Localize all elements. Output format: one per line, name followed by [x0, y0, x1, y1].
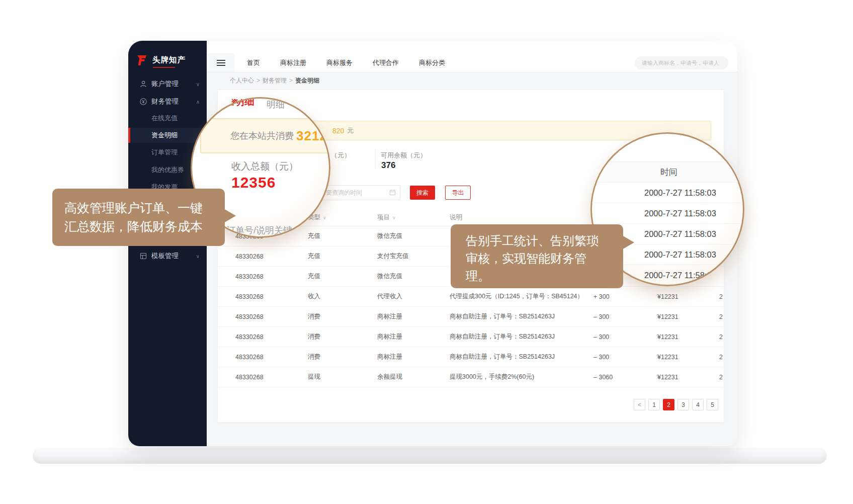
nav-item-agency[interactable]: 代理合作 [373, 58, 399, 67]
pagination-page-2-active[interactable]: 2 [663, 399, 674, 410]
cell-order: 48330268 [235, 253, 308, 260]
sidebar-item-template[interactable]: 模板管理 ∨ [128, 249, 207, 263]
sidebar-item-account[interactable]: 账户管理 ∨ [128, 77, 207, 91]
nav-item-home[interactable]: 首页 [247, 58, 260, 67]
chevron-up-icon: ∧ [196, 99, 200, 105]
sidebar-item-label: 订单管理 [151, 148, 178, 157]
cell-desc: 商标自助注册，订单号：SB2514263J [450, 312, 593, 321]
sort-caret-icon[interactable]: ∨ [392, 215, 396, 220]
breadcrumb-separator: > [257, 77, 260, 84]
cell-time: 2 [719, 313, 724, 320]
cell-balance: ¥12231 [657, 354, 719, 361]
nav-item-trademark-register[interactable]: 商标注册 [280, 58, 306, 67]
breadcrumb-separator: > [289, 77, 293, 84]
cell-type: 消费 [308, 332, 377, 341]
cell-project: 余额提现 [377, 373, 450, 381]
sidebar-item-label: 财务管理 [151, 97, 179, 106]
sidebar-item-fund-detail[interactable]: 资金明细 [128, 128, 207, 143]
cell-order: 48330268 [235, 333, 308, 341]
cell-desc: 商标自助注册，订单号：SB2514263J [450, 353, 593, 361]
cell-time: 2 [719, 354, 724, 361]
cell-order: 48330268 [235, 273, 308, 280]
brand-logo-text: 头牌知产 [152, 55, 186, 65]
stats-divider [375, 149, 376, 170]
chevron-down-icon: ∨ [196, 254, 200, 259]
pagination-page-1[interactable]: 1 [648, 399, 660, 410]
cell-project: 支付宝充值 [377, 252, 450, 261]
cell-project: 商标注册 [377, 332, 450, 341]
cell-project: 微信充值 [377, 232, 450, 240]
cell-project: 微信充值 [377, 272, 450, 281]
magnified-time-header: 时间 [660, 166, 677, 178]
pagination-page-3[interactable]: 3 [677, 399, 689, 410]
pagination-page-4[interactable]: 4 [692, 399, 704, 410]
table-row: 48330268提现余额提现提现3000元，手续费2%(60元)– 3060¥1… [218, 367, 724, 387]
sidebar-item-label: 模板管理 [151, 251, 179, 261]
pagination-prev-button[interactable]: < [634, 399, 645, 410]
cell-amount: – 300 [593, 354, 657, 361]
calendar-icon[interactable] [389, 189, 396, 196]
user-icon [139, 80, 147, 88]
magnified-income-value: 12356 [231, 174, 276, 191]
cell-amount: – 300 [593, 333, 657, 341]
breadcrumb-section[interactable]: 财务管理 [263, 77, 287, 84]
cell-order: 48330268 [235, 313, 308, 320]
nav-item-trademark-service[interactable]: 商标服务 [326, 58, 353, 67]
brand-logo-icon [135, 55, 148, 66]
chevron-down-icon: ∨ [196, 81, 200, 87]
sidebar-item-label: 资金明细 [151, 131, 178, 140]
cell-time: 2 [719, 333, 724, 341]
search-button[interactable]: 搜索 [410, 186, 435, 200]
magnified-tab-fragment: 明细 [267, 99, 285, 111]
cell-project: 商标注册 [377, 312, 450, 321]
breadcrumb: 个人中心>财务管理>资金明细 [230, 76, 319, 85]
sidebar-item-finance[interactable]: 财务管理 ∧ [128, 95, 207, 109]
cell-desc: 代理提成300元（ID:1245，订单号：SB45124） [450, 292, 593, 301]
cell-balance: ¥12231 [657, 374, 719, 381]
magnified-notice-bar: 您在本站共消费 32124 大 [200, 118, 330, 153]
magnified-notice-prefix: 您在本站共消费 [230, 130, 294, 142]
breadcrumb-current: 资金明细 [295, 77, 319, 84]
cell-type: 充值 [308, 272, 377, 281]
sidebar-item-label: 我的优惠券 [151, 165, 184, 175]
cell-balance: ¥12231 [657, 333, 719, 341]
cell-type: 充值 [308, 252, 377, 261]
export-button[interactable]: 导出 [445, 186, 471, 200]
cell-balance: ¥12231 [657, 313, 719, 320]
col-project-header[interactable]: 项目∨ [377, 213, 450, 222]
breadcrumb-home[interactable]: 个人中心 [230, 77, 254, 84]
cell-order: 48330268 [235, 354, 308, 361]
sort-caret-icon[interactable]: ∨ [323, 215, 326, 220]
available-balance-label: 可用余额（元） [381, 151, 426, 160]
cell-amount: – 3060 [593, 374, 657, 381]
col-type-header[interactable]: 类型∨ [308, 213, 377, 222]
cell-type: 收入 [308, 292, 377, 301]
callout-right: 告别手工统计、告别繁琐审核，实现智能财务管理。 [451, 224, 623, 288]
cell-order: 48330268 [235, 374, 308, 381]
cell-balance: ¥12231 [657, 293, 719, 300]
magnified-income-label: 收入总额（元） [231, 160, 298, 173]
brand-logo: 头牌知产 [135, 55, 186, 66]
col-desc-header: 说明 [450, 213, 593, 222]
table-row: 48330268消费商标注册商标自助注册，订单号：SB2514263J– 300… [218, 327, 724, 347]
sidebar-item-label: 账户管理 [151, 79, 179, 89]
available-balance-value: 376 [381, 160, 395, 171]
nav-item-trademark-category[interactable]: 商标分类 [419, 58, 445, 67]
cell-desc: 提现3000元，手续费2%(60元) [450, 373, 593, 381]
expense-total-label-fragment: （元） [331, 151, 351, 160]
table-row: 48330268消费商标注册商标自助注册，订单号：SB2514263J– 300… [218, 307, 724, 327]
callout-left-text: 高效管理账户订单、一键汇总数据，降低财务成本 [64, 201, 203, 233]
magnified-time-header-band: 时间 [592, 161, 744, 183]
cell-amount: + 300 [593, 293, 657, 300]
pagination-page-5[interactable]: 5 [707, 399, 718, 410]
menu-icon[interactable] [207, 53, 235, 72]
cell-type: 充值 [308, 232, 377, 240]
sidebar-item-online-recharge[interactable]: 在线充值 [128, 111, 207, 126]
cell-type: 提现 [308, 373, 377, 381]
search-input[interactable] [635, 56, 728, 69]
cell-project: 代理收入 [377, 292, 450, 301]
notice-unit: 元 [347, 126, 354, 135]
magnified-time-row: 2000-7-27 11:58:03 [592, 183, 744, 203]
callout-left: 高效管理账户订单、一键汇总数据，降低财务成本 [52, 189, 225, 246]
magnified-time-row: 2000-7-27 11:58:03 [592, 203, 744, 224]
